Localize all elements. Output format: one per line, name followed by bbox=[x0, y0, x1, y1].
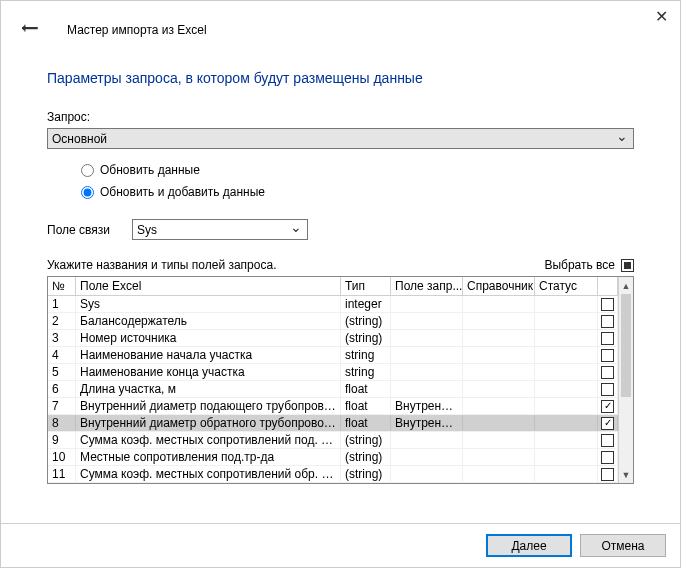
row-checkbox[interactable] bbox=[601, 349, 614, 362]
query-label: Запрос: bbox=[47, 110, 634, 124]
cell-checkbox[interactable] bbox=[598, 398, 618, 414]
cell-excel: Сумма коэф. местных сопротивлений обр. т… bbox=[76, 466, 341, 482]
select-all-label: Выбрать все bbox=[544, 258, 615, 272]
cell-excel: Балансодержатель bbox=[76, 313, 341, 329]
table-row[interactable]: 3Номер источника(string) bbox=[48, 330, 618, 347]
cell-type: (string) bbox=[341, 330, 391, 346]
table-row[interactable]: 10Местные сопротивления под.тр-да(string… bbox=[48, 449, 618, 466]
col-header-excel[interactable]: Поле Excel bbox=[76, 277, 341, 295]
row-checkbox[interactable] bbox=[601, 451, 614, 464]
cell-type: string bbox=[341, 364, 391, 380]
table-row[interactable]: 4Наименование начала участкаstring bbox=[48, 347, 618, 364]
cell-n: 9 bbox=[48, 432, 76, 448]
row-checkbox[interactable] bbox=[601, 366, 614, 379]
close-icon[interactable]: ✕ bbox=[655, 7, 668, 26]
cell-type: float bbox=[341, 415, 391, 431]
col-header-zapr[interactable]: Поле запр... bbox=[391, 277, 463, 295]
table-row[interactable]: 1Sysinteger bbox=[48, 296, 618, 313]
scroll-down-icon[interactable]: ▼ bbox=[619, 466, 633, 483]
cell-checkbox[interactable] bbox=[598, 432, 618, 448]
cell-n: 7 bbox=[48, 398, 76, 414]
table-row[interactable]: 9Сумма коэф. местных сопротивлений под. … bbox=[48, 432, 618, 449]
col-header-type[interactable]: Тип bbox=[341, 277, 391, 295]
next-button[interactable]: Далее bbox=[486, 534, 572, 557]
cell-n: 3 bbox=[48, 330, 76, 346]
radio-update-add-input[interactable] bbox=[81, 186, 94, 199]
cell-excel: Местные сопротивления под.тр-да bbox=[76, 449, 341, 465]
cell-type: float bbox=[341, 398, 391, 414]
cell-excel: Sys bbox=[76, 296, 341, 312]
grid-hint: Укажите названия и типы полей запроса. bbox=[47, 258, 276, 272]
cell-checkbox[interactable] bbox=[598, 364, 618, 380]
cell-excel: Номер источника bbox=[76, 330, 341, 346]
table-row[interactable]: 11Сумма коэф. местных сопротивлений обр.… bbox=[48, 466, 618, 483]
cell-checkbox[interactable] bbox=[598, 313, 618, 329]
cell-stat bbox=[535, 432, 598, 448]
cell-zapr bbox=[391, 432, 463, 448]
cell-checkbox[interactable] bbox=[598, 381, 618, 397]
row-checkbox[interactable] bbox=[601, 332, 614, 345]
cell-n: 4 bbox=[48, 347, 76, 363]
cell-spr bbox=[463, 449, 535, 465]
cell-checkbox[interactable] bbox=[598, 330, 618, 346]
table-row[interactable]: 7Внутренний диаметр подающего трубопрово… bbox=[48, 398, 618, 415]
link-field-select[interactable]: Sys bbox=[132, 219, 308, 240]
cell-stat bbox=[535, 364, 598, 380]
row-checkbox[interactable] bbox=[601, 383, 614, 396]
cell-type: (string) bbox=[341, 313, 391, 329]
row-checkbox[interactable] bbox=[601, 400, 614, 413]
select-all[interactable]: Выбрать все bbox=[544, 258, 634, 272]
radio-update-input[interactable] bbox=[81, 164, 94, 177]
back-arrow-icon[interactable]: 🠔 bbox=[21, 19, 39, 40]
cell-spr bbox=[463, 347, 535, 363]
cell-n: 10 bbox=[48, 449, 76, 465]
cell-n: 6 bbox=[48, 381, 76, 397]
select-all-checkbox[interactable] bbox=[621, 259, 634, 272]
cell-checkbox[interactable] bbox=[598, 466, 618, 482]
col-header-n[interactable]: № bbox=[48, 277, 76, 295]
table-row[interactable]: 2Балансодержатель(string) bbox=[48, 313, 618, 330]
row-checkbox[interactable] bbox=[601, 315, 614, 328]
cell-spr bbox=[463, 432, 535, 448]
cell-excel: Внутренний диаметр подающего трубопровод… bbox=[76, 398, 341, 414]
cell-n: 5 bbox=[48, 364, 76, 380]
col-header-chk[interactable] bbox=[598, 277, 618, 295]
table-row[interactable]: 5Наименование конца участкаstring bbox=[48, 364, 618, 381]
cell-checkbox[interactable] bbox=[598, 415, 618, 431]
cell-stat bbox=[535, 296, 598, 312]
cell-checkbox[interactable] bbox=[598, 347, 618, 363]
cell-zapr bbox=[391, 466, 463, 482]
cell-type: (string) bbox=[341, 466, 391, 482]
cell-spr bbox=[463, 415, 535, 431]
row-checkbox[interactable] bbox=[601, 468, 614, 481]
row-checkbox[interactable] bbox=[601, 417, 614, 430]
col-header-spr[interactable]: Справочник bbox=[463, 277, 535, 295]
row-checkbox[interactable] bbox=[601, 298, 614, 311]
scroll-thumb[interactable] bbox=[621, 294, 631, 397]
cell-zapr bbox=[391, 313, 463, 329]
cell-spr bbox=[463, 296, 535, 312]
cell-zapr bbox=[391, 296, 463, 312]
scroll-track[interactable] bbox=[619, 294, 633, 466]
radio-update-label: Обновить данные bbox=[100, 163, 200, 177]
query-select[interactable]: Основной bbox=[47, 128, 634, 149]
cell-checkbox[interactable] bbox=[598, 449, 618, 465]
grid-header: № Поле Excel Тип Поле запр... Справочник… bbox=[48, 277, 618, 296]
cell-zapr bbox=[391, 347, 463, 363]
radio-update[interactable]: Обновить данные bbox=[81, 163, 634, 177]
cell-spr bbox=[463, 330, 535, 346]
cell-n: 2 bbox=[48, 313, 76, 329]
cell-type: integer bbox=[341, 296, 391, 312]
cell-spr bbox=[463, 466, 535, 482]
scroll-up-icon[interactable]: ▲ bbox=[619, 277, 633, 294]
table-row[interactable]: 6Длина участка, мfloat bbox=[48, 381, 618, 398]
cell-zapr: Внутренни... bbox=[391, 398, 463, 414]
cell-stat bbox=[535, 449, 598, 465]
col-header-stat[interactable]: Статус bbox=[535, 277, 598, 295]
row-checkbox[interactable] bbox=[601, 434, 614, 447]
cancel-button[interactable]: Отмена bbox=[580, 534, 666, 557]
radio-update-add[interactable]: Обновить и добавить данные bbox=[81, 185, 634, 199]
cell-checkbox[interactable] bbox=[598, 296, 618, 312]
vertical-scrollbar[interactable]: ▲ ▼ bbox=[618, 277, 633, 483]
table-row[interactable]: 8Внутренний диаметр обратного трубопрово… bbox=[48, 415, 618, 432]
